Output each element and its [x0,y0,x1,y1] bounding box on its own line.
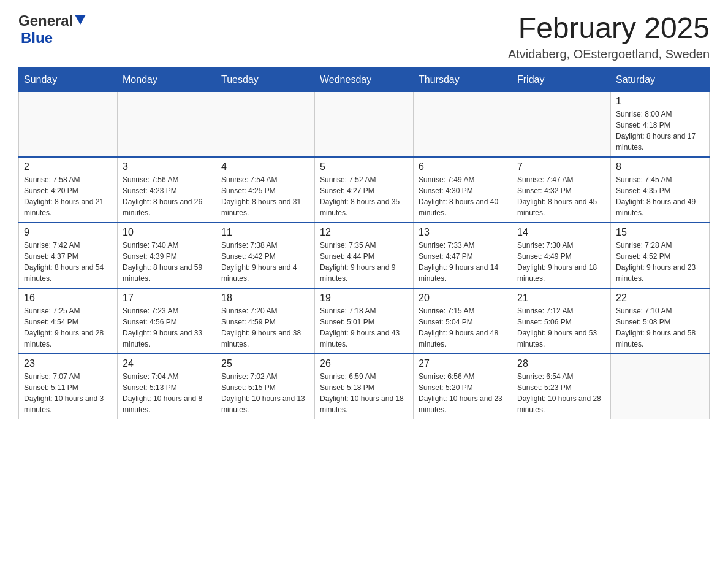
calendar-cell: 2Sunrise: 7:58 AMSunset: 4:20 PMDaylight… [19,157,118,223]
day-info: Sunrise: 6:59 AMSunset: 5:18 PMDaylight:… [320,371,408,415]
day-info: Sunrise: 6:56 AMSunset: 5:20 PMDaylight:… [419,371,507,415]
calendar-cell: 14Sunrise: 7:30 AMSunset: 4:49 PMDayligh… [512,223,611,288]
calendar-cell [315,91,414,157]
day-number: 5 [320,161,408,172]
day-number: 20 [419,293,507,304]
day-info: Sunrise: 7:12 AMSunset: 5:06 PMDaylight:… [517,305,605,350]
day-number: 11 [221,227,309,238]
day-info: Sunrise: 7:58 AMSunset: 4:20 PMDaylight:… [24,174,112,218]
day-info: Sunrise: 7:35 AMSunset: 4:44 PMDaylight:… [320,240,408,284]
day-info: Sunrise: 7:25 AMSunset: 4:54 PMDaylight:… [24,305,112,350]
logo-general-text: General [18,12,73,29]
calendar-cell: 17Sunrise: 7:23 AMSunset: 4:56 PMDayligh… [118,288,216,354]
day-info: Sunrise: 7:52 AMSunset: 4:27 PMDaylight:… [320,174,408,218]
calendar-cell: 24Sunrise: 7:04 AMSunset: 5:13 PMDayligh… [118,354,216,419]
day-info: Sunrise: 7:33 AMSunset: 4:47 PMDaylight:… [419,240,507,284]
day-info: Sunrise: 7:49 AMSunset: 4:30 PMDaylight:… [419,174,507,218]
calendar-week-row: 1Sunrise: 8:00 AMSunset: 4:18 PMDaylight… [19,91,710,157]
day-number: 26 [320,358,408,369]
day-number: 9 [24,227,112,238]
calendar-header-friday: Friday [512,67,611,91]
calendar-week-row: 2Sunrise: 7:58 AMSunset: 4:20 PMDaylight… [19,157,710,223]
calendar-cell: 1Sunrise: 8:00 AMSunset: 4:18 PMDaylight… [611,91,710,157]
day-number: 8 [616,161,704,172]
calendar-week-row: 9Sunrise: 7:42 AMSunset: 4:37 PMDaylight… [19,223,710,288]
day-info: Sunrise: 7:07 AMSunset: 5:11 PMDaylight:… [24,371,112,415]
day-info: Sunrise: 7:42 AMSunset: 4:37 PMDaylight:… [24,240,112,284]
calendar-cell [19,91,118,157]
day-info: Sunrise: 6:54 AMSunset: 5:23 PMDaylight:… [517,371,605,415]
calendar-cell: 9Sunrise: 7:42 AMSunset: 4:37 PMDaylight… [19,223,118,288]
logo: General Blue [18,12,86,47]
day-number: 16 [24,293,112,304]
calendar-cell: 5Sunrise: 7:52 AMSunset: 4:27 PMDaylight… [315,157,414,223]
day-info: Sunrise: 7:15 AMSunset: 5:04 PMDaylight:… [419,305,507,350]
day-info: Sunrise: 7:04 AMSunset: 5:13 PMDaylight:… [123,371,211,415]
day-number: 3 [123,161,211,172]
calendar-cell: 11Sunrise: 7:38 AMSunset: 4:42 PMDayligh… [216,223,315,288]
calendar-cell [414,91,512,157]
day-info: Sunrise: 7:02 AMSunset: 5:15 PMDaylight:… [221,371,309,415]
month-title: February 2025 [508,12,710,45]
calendar-cell: 26Sunrise: 6:59 AMSunset: 5:18 PMDayligh… [315,354,414,419]
day-number: 14 [517,227,605,238]
calendar-cell: 8Sunrise: 7:45 AMSunset: 4:35 PMDaylight… [611,157,710,223]
location-subtitle: Atvidaberg, OEstergoetland, Sweden [508,47,710,61]
day-info: Sunrise: 7:56 AMSunset: 4:23 PMDaylight:… [123,174,211,218]
day-number: 18 [221,293,309,304]
calendar-cell [512,91,611,157]
calendar-cell [611,354,710,419]
calendar-header-sunday: Sunday [19,67,118,91]
day-number: 2 [24,161,112,172]
calendar-cell: 28Sunrise: 6:54 AMSunset: 5:23 PMDayligh… [512,354,611,419]
day-number: 12 [320,227,408,238]
calendar-cell: 4Sunrise: 7:54 AMSunset: 4:25 PMDaylight… [216,157,315,223]
title-block: February 2025 Atvidaberg, OEstergoetland… [508,12,710,61]
calendar-week-row: 16Sunrise: 7:25 AMSunset: 4:54 PMDayligh… [19,288,710,354]
calendar-cell: 22Sunrise: 7:10 AMSunset: 5:08 PMDayligh… [611,288,710,354]
day-info: Sunrise: 7:40 AMSunset: 4:39 PMDaylight:… [123,240,211,284]
calendar-week-row: 23Sunrise: 7:07 AMSunset: 5:11 PMDayligh… [19,354,710,419]
calendar-cell: 18Sunrise: 7:20 AMSunset: 4:59 PMDayligh… [216,288,315,354]
logo-blue-text: Blue [21,29,53,47]
day-number: 23 [24,358,112,369]
day-number: 13 [419,227,507,238]
day-info: Sunrise: 7:18 AMSunset: 5:01 PMDaylight:… [320,305,408,350]
day-number: 4 [221,161,309,172]
day-info: Sunrise: 7:30 AMSunset: 4:49 PMDaylight:… [517,240,605,284]
calendar-header-thursday: Thursday [414,67,512,91]
calendar-table: SundayMondayTuesdayWednesdayThursdayFrid… [18,67,710,419]
day-number: 22 [616,293,704,304]
calendar-cell: 20Sunrise: 7:15 AMSunset: 5:04 PMDayligh… [414,288,512,354]
calendar-header-monday: Monday [118,67,216,91]
calendar-cell: 16Sunrise: 7:25 AMSunset: 4:54 PMDayligh… [19,288,118,354]
day-number: 19 [320,293,408,304]
day-info: Sunrise: 7:23 AMSunset: 4:56 PMDaylight:… [123,305,211,350]
calendar-cell: 19Sunrise: 7:18 AMSunset: 5:01 PMDayligh… [315,288,414,354]
calendar-cell: 6Sunrise: 7:49 AMSunset: 4:30 PMDaylight… [414,157,512,223]
calendar-cell: 7Sunrise: 7:47 AMSunset: 4:32 PMDaylight… [512,157,611,223]
day-info: Sunrise: 7:47 AMSunset: 4:32 PMDaylight:… [517,174,605,218]
page-header: General Blue February 2025 Atvidaberg, O… [18,12,710,61]
day-number: 1 [616,96,704,107]
calendar-header-saturday: Saturday [611,67,710,91]
calendar-cell: 3Sunrise: 7:56 AMSunset: 4:23 PMDaylight… [118,157,216,223]
calendar-cell: 13Sunrise: 7:33 AMSunset: 4:47 PMDayligh… [414,223,512,288]
calendar-header-tuesday: Tuesday [216,67,315,91]
day-info: Sunrise: 7:20 AMSunset: 4:59 PMDaylight:… [221,305,309,350]
calendar-cell: 15Sunrise: 7:28 AMSunset: 4:52 PMDayligh… [611,223,710,288]
calendar-cell [216,91,315,157]
calendar-cell [118,91,216,157]
day-number: 24 [123,358,211,369]
day-info: Sunrise: 7:10 AMSunset: 5:08 PMDaylight:… [616,305,704,350]
calendar-cell: 21Sunrise: 7:12 AMSunset: 5:06 PMDayligh… [512,288,611,354]
logo-triangle-icon [75,15,86,25]
day-number: 17 [123,293,211,304]
day-number: 25 [221,358,309,369]
day-number: 15 [616,227,704,238]
calendar-header-row: SundayMondayTuesdayWednesdayThursdayFrid… [19,67,710,91]
calendar-cell: 25Sunrise: 7:02 AMSunset: 5:15 PMDayligh… [216,354,315,419]
day-number: 7 [517,161,605,172]
day-number: 28 [517,358,605,369]
day-info: Sunrise: 7:38 AMSunset: 4:42 PMDaylight:… [221,240,309,284]
